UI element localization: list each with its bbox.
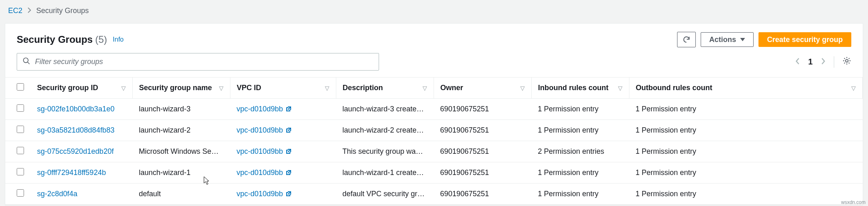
outbound-cell: 1 Permission entry <box>629 184 863 205</box>
divider <box>834 56 834 68</box>
settings-button[interactable] <box>842 56 851 67</box>
page-title: Security Groups <box>17 34 93 45</box>
col-name-label[interactable]: Security group name <box>139 84 212 92</box>
col-owner-label[interactable]: Owner <box>441 84 463 92</box>
inbound-cell: 1 Permission entry <box>531 184 629 205</box>
resource-count: (5) <box>95 34 107 45</box>
vpc-id-link[interactable]: vpc-d010d9bb <box>237 105 283 113</box>
inbound-cell: 1 Permission entry <box>531 99 629 120</box>
row-checkbox[interactable] <box>17 189 24 197</box>
external-link-icon <box>285 148 292 155</box>
col-vpc-label[interactable]: VPC ID <box>237 84 261 92</box>
sort-icon[interactable]: ▽ <box>423 85 427 91</box>
sg-id-link[interactable]: sg-2c8d0f4a <box>37 190 77 198</box>
sg-name-cell: launch-wizard-3 <box>132 99 230 120</box>
inbound-cell: 1 Permission entry <box>531 120 629 141</box>
svg-point-0 <box>24 58 28 63</box>
breadcrumb-current: Security Groups <box>36 7 89 15</box>
sg-name-cell: default <box>132 184 230 205</box>
col-desc-label[interactable]: Description <box>343 84 383 92</box>
svg-point-2 <box>846 60 848 62</box>
svg-line-1 <box>28 62 30 64</box>
sg-id-link[interactable]: sg-002fe10b00db3a1e0 <box>37 105 114 113</box>
create-security-group-button[interactable]: Create security group <box>758 32 851 47</box>
sort-icon[interactable]: ▽ <box>520 85 525 91</box>
table-row: sg-075cc5920d1edb20fMicrosoft Windows Se… <box>5 141 863 162</box>
info-link[interactable]: Info <box>113 36 124 43</box>
sort-icon[interactable]: ▽ <box>618 85 623 91</box>
next-page-button[interactable] <box>821 57 826 67</box>
owner-cell: 690190675251 <box>434 120 531 141</box>
sg-name-cell: launch-wizard-1 <box>132 162 230 184</box>
refresh-icon <box>682 35 690 44</box>
security-groups-table: Security group ID▽ Security group name▽ … <box>5 77 863 204</box>
gear-icon <box>842 56 851 65</box>
vpc-id-link[interactable]: vpc-d010d9bb <box>237 168 283 177</box>
external-link-icon <box>285 190 292 197</box>
toolbar: 1 <box>5 49 863 77</box>
breadcrumb: EC2 Security Groups <box>0 0 868 20</box>
table-row: sg-0fff729418ff5924blaunch-wizard-1vpc-d… <box>5 162 863 184</box>
sg-name-cell: launch-wizard-2 <box>132 120 230 141</box>
inbound-cell: 1 Permission entry <box>531 162 629 184</box>
actions-dropdown[interactable]: Actions <box>701 32 754 47</box>
external-link-icon <box>285 106 292 112</box>
description-cell: launch-wizard-2 create… <box>336 120 434 141</box>
pagination: 1 <box>795 56 851 68</box>
sg-id-link[interactable]: sg-0fff729418ff5924b <box>37 168 106 177</box>
outbound-cell: 1 Permission entry <box>629 120 863 141</box>
description-cell: launch-wizard-1 create… <box>336 162 434 184</box>
prev-page-button[interactable] <box>795 57 800 67</box>
sort-icon[interactable]: ▽ <box>851 85 856 91</box>
sg-name-cell: Microsoft Windows Se… <box>132 141 230 162</box>
row-checkbox[interactable] <box>17 126 24 133</box>
row-checkbox[interactable] <box>17 147 24 154</box>
search-input[interactable] <box>17 53 379 71</box>
breadcrumb-root[interactable]: EC2 <box>8 7 22 15</box>
caret-down-icon <box>740 38 745 41</box>
outbound-cell: 1 Permission entry <box>629 141 863 162</box>
inbound-cell: 2 Permission entries <box>531 141 629 162</box>
table-row: sg-002fe10b00db3a1e0launch-wizard-3vpc-d… <box>5 99 863 120</box>
row-checkbox[interactable] <box>17 104 24 112</box>
vpc-id-link[interactable]: vpc-d010d9bb <box>237 126 283 134</box>
col-outbound-label[interactable]: Outbound rules count <box>636 84 712 92</box>
table-row: sg-03a5821d08d84fb83launch-wizard-2vpc-d… <box>5 120 863 141</box>
sg-id-link[interactable]: sg-03a5821d08d84fb83 <box>37 126 114 134</box>
table-header-row: Security group ID▽ Security group name▽ … <box>5 78 863 99</box>
description-cell: This security group wa… <box>336 141 434 162</box>
refresh-button[interactable] <box>677 32 696 47</box>
sort-icon[interactable]: ▽ <box>325 85 329 91</box>
vpc-id-link[interactable]: vpc-d010d9bb <box>237 190 283 198</box>
external-link-icon <box>285 169 292 176</box>
search-container <box>17 53 379 71</box>
outbound-cell: 1 Permission entry <box>629 162 863 184</box>
table-row: sg-2c8d0f4adefaultvpc-d010d9bbdefault VP… <box>5 184 863 205</box>
owner-cell: 690190675251 <box>434 184 531 205</box>
chevron-right-icon <box>27 7 31 15</box>
owner-cell: 690190675251 <box>434 99 531 120</box>
select-all-checkbox[interactable] <box>17 83 24 91</box>
security-groups-panel: Security Groups (5) Info Actions Create … <box>5 23 863 205</box>
panel-header: Security Groups (5) Info Actions Create … <box>5 24 863 49</box>
col-sgid-label[interactable]: Security group ID <box>37 84 98 92</box>
header-actions: Actions Create security group <box>677 32 851 47</box>
outbound-cell: 1 Permission entry <box>629 99 863 120</box>
owner-cell: 690190675251 <box>434 162 531 184</box>
attribution-text: wsxdn.com <box>841 199 866 205</box>
col-inbound-label[interactable]: Inbound rules count <box>538 84 609 92</box>
description-cell: default VPC security gr… <box>336 184 434 205</box>
actions-label: Actions <box>709 36 736 43</box>
sort-icon[interactable]: ▽ <box>121 85 126 91</box>
description-cell: launch-wizard-3 create… <box>336 99 434 120</box>
sg-id-link[interactable]: sg-075cc5920d1edb20f <box>37 147 114 155</box>
vpc-id-link[interactable]: vpc-d010d9bb <box>237 147 283 155</box>
search-icon <box>22 57 31 67</box>
current-page: 1 <box>808 57 813 66</box>
external-link-icon <box>285 127 292 133</box>
sort-icon[interactable]: ▽ <box>219 85 224 91</box>
owner-cell: 690190675251 <box>434 141 531 162</box>
row-checkbox[interactable] <box>17 168 24 175</box>
